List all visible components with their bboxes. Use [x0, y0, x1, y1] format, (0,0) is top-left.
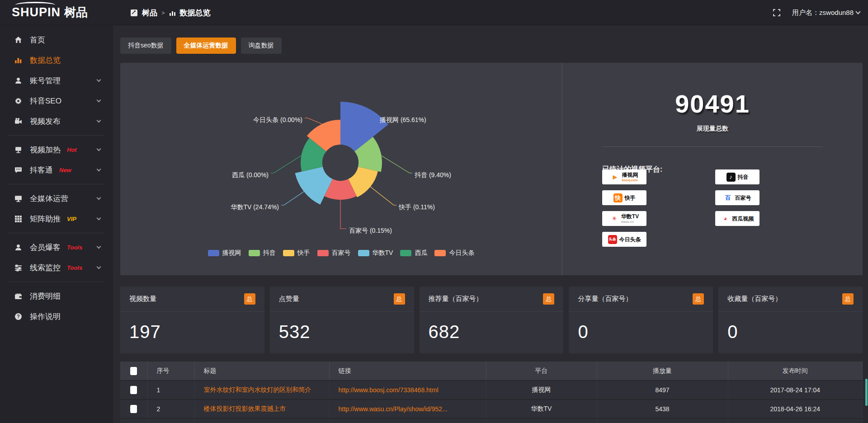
stat-card-title: 视频数量	[129, 295, 156, 303]
legend-swatch	[400, 250, 411, 256]
tab-2[interactable]: 全媒体运营数据	[176, 38, 236, 54]
stat-card-2: 点赞量总532	[270, 287, 414, 353]
pie-label-line	[281, 192, 304, 205]
tab-3[interactable]: 询盘数据	[241, 38, 282, 54]
sidebar-item-label: 会员爆客	[30, 242, 61, 253]
legend-label: 西瓜	[415, 249, 427, 257]
legend-item-快手[interactable]: 快手	[283, 249, 310, 257]
stat-card-3: 推荐量（百家号）总682	[420, 287, 564, 353]
sidebar-item-4[interactable]: 抖音SEO	[0, 91, 113, 110]
col-header-index[interactable]: 序号	[147, 362, 194, 381]
sidebar-item-9[interactable]: 矩阵助推VIP	[0, 209, 113, 228]
sidebar-item-label: 视频加热	[30, 145, 61, 155]
sidebar-item-11[interactable]: 线索监控Tools	[0, 258, 113, 277]
sidebar-item-label: 视频发布	[30, 116, 61, 127]
legend-label: 抖音	[263, 249, 276, 257]
legend-item-抖音[interactable]: 抖音	[249, 249, 276, 257]
col-header-link[interactable]: 链接	[329, 362, 486, 381]
videos-table: 序号 标题 链接 平台 播放量 发布时间 1室外水纹灯和室内水纹灯的区别和简介h…	[120, 362, 863, 423]
pie-chart-svg[interactable]: 播视网 (65.61%)抖音 (9.40%)快手 (0.11%)百家号 (0.1…	[120, 63, 562, 275]
cell-plays: 8497	[597, 381, 728, 400]
pie-label-line	[340, 200, 346, 229]
legend-swatch	[283, 250, 294, 256]
tab-1[interactable]: 抖音seo数据	[120, 38, 171, 54]
grid-icon	[14, 215, 23, 223]
member-icon	[14, 244, 23, 251]
sidebar-item-8[interactable]: 全媒体运营	[0, 189, 113, 208]
select-all-checkbox[interactable]	[130, 367, 137, 375]
stat-card-1: 视频数量总197	[120, 287, 264, 353]
sidebar-item-3[interactable]: 账号管理	[0, 71, 113, 90]
legend-label: 播视网	[222, 249, 241, 257]
sidebar-item-2[interactable]: 数据总览	[0, 51, 113, 70]
legend-item-播视网[interactable]: 播视网	[208, 249, 241, 257]
total-badge[interactable]: 总	[244, 293, 255, 305]
scrollbar-thumb[interactable]	[865, 379, 868, 406]
main-content: 抖音seo数据全媒体运营数据询盘数据 播视网 (65.61%)抖音 (9.40%…	[113, 25, 868, 423]
platform-box-百家号: 百百家号	[715, 190, 760, 205]
legend-item-今日头条[interactable]: 今日头条	[434, 249, 474, 257]
chevron-down-icon	[97, 216, 101, 221]
table-header-row: 序号 标题 链接 平台 播放量 发布时间	[120, 362, 863, 381]
row-checkbox[interactable]	[130, 405, 137, 413]
legend-item-百家号[interactable]: 百家号	[317, 249, 351, 257]
total-badge[interactable]: 总	[842, 293, 854, 305]
cell-url-link[interactable]: http://www.wasu.cn/Play/show/id/952...	[339, 405, 448, 413]
sidebar-item-label: 数据总览	[30, 55, 61, 66]
pie-label-抖音: 抖音 (9.40%)	[415, 171, 451, 179]
legend-item-西瓜[interactable]: 西瓜	[400, 249, 427, 257]
video-icon	[14, 118, 23, 125]
sidebar-item-12[interactable]: 消费明细	[0, 287, 113, 306]
table-row-1: 1室外水纹灯和室内水纹灯的区别和简介http://www.boosj.com/7…	[120, 381, 863, 400]
stat-card-value: 197	[120, 312, 264, 342]
pie-label-line	[271, 155, 302, 173]
row-checkbox[interactable]	[130, 386, 137, 394]
pie-label-line	[381, 155, 412, 173]
sidebar-divider	[8, 233, 105, 233]
cell-platform: 播视网	[486, 381, 597, 400]
total-badge[interactable]: 总	[394, 293, 405, 305]
stat-card-value: 532	[270, 312, 414, 342]
pie-label-播视网: 播视网 (65.61%)	[379, 116, 426, 123]
legend-label: 今日头条	[449, 249, 474, 257]
breadcrumb-root[interactable]: 树品	[142, 8, 157, 18]
sidebar-item-label: 全媒体运营	[30, 193, 68, 204]
sidebar-item-5[interactable]: 视频发布	[0, 112, 113, 131]
stat-card-value: 0	[718, 312, 863, 342]
sidebar-item-label: 矩阵助推	[30, 214, 61, 224]
legend-swatch	[434, 250, 446, 256]
col-header-time[interactable]: 发布时间	[728, 362, 863, 381]
pie-label-百家号: 百家号 (0.15%)	[349, 227, 392, 234]
wallet-icon	[14, 292, 23, 300]
bar-chart-icon	[14, 56, 23, 64]
col-header-platform[interactable]: 平台	[486, 362, 597, 381]
cell-platform: 华数TV	[486, 400, 597, 418]
sidebar-item-7[interactable]: 抖客通New	[0, 160, 113, 179]
total-badge[interactable]: 总	[543, 293, 554, 305]
cell-time	[728, 418, 863, 423]
brand-icon	[130, 9, 138, 17]
total-impressions-value: 90491	[562, 89, 863, 118]
legend-item-华数TV[interactable]: 华数TV	[358, 249, 393, 257]
sidebar-item-10[interactable]: 会员爆客Tools	[0, 238, 113, 257]
pie-slice-华数TV[interactable]	[295, 167, 333, 205]
stat-card-4: 分享量（百家号）总0	[569, 287, 713, 353]
user-menu[interactable]: 用户名：zswodun88	[792, 9, 860, 17]
home-icon	[14, 36, 23, 44]
cell-title-link[interactable]: 室外水纹灯和室内水纹灯的区别和简介	[204, 386, 311, 393]
breadcrumb-current[interactable]: 数据总览	[180, 8, 211, 18]
sidebar-item-6[interactable]: 视频加热Hot	[0, 140, 113, 159]
chevron-down-icon	[855, 9, 860, 14]
platform-name: 抖音	[738, 174, 749, 180]
total-badge[interactable]: 总	[693, 293, 704, 305]
cell-title-link[interactable]: 楼体投影灯投影效果震撼上市	[204, 405, 286, 412]
sidebar-item-13[interactable]: ?操作说明	[0, 307, 113, 326]
sidebar-item-1[interactable]: 首页	[0, 30, 113, 49]
cell-url-link[interactable]: http://www.boosj.com/7338468.html	[339, 386, 439, 394]
col-header-title[interactable]: 标题	[194, 362, 329, 381]
fullscreen-icon[interactable]	[773, 9, 780, 16]
col-header-plays[interactable]: 播放量	[597, 362, 728, 381]
stat-card-title: 推荐量（百家号）	[429, 295, 483, 303]
platform-name: 华数TV	[621, 214, 639, 219]
username-label: 用户名：zswodun88	[792, 9, 854, 17]
